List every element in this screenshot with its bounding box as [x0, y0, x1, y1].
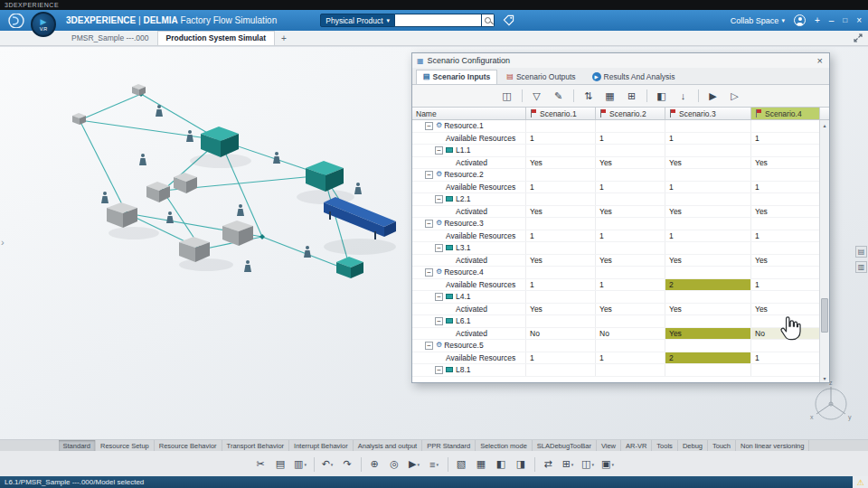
run-all-scenarios-icon[interactable]: ▷ [725, 88, 745, 105]
tree-expander-icon[interactable]: − [425, 268, 433, 277]
cell-available-resources-scenario-2[interactable]: 1 [596, 182, 665, 193]
tree-expander-icon[interactable]: − [425, 122, 433, 130]
cell-l1-1-scenario-2[interactable] [596, 145, 665, 156]
table-row-l3-1[interactable]: −L3.1 [412, 242, 819, 255]
vertical-scrollbar[interactable]: ▴ ▾ [819, 120, 829, 382]
row-name-cell[interactable]: −L8.1 [412, 364, 526, 376]
cell-available-resources-scenario-1[interactable]: 1 [526, 352, 596, 364]
workbench-tab-ar-vr[interactable]: AR-VR [621, 440, 652, 451]
row-name-cell[interactable]: −L6.1 [412, 315, 526, 327]
cell-l6-1-scenario-4[interactable] [751, 315, 819, 327]
cell-activated-scenario-3[interactable]: Yes [665, 304, 751, 315]
cell-available-resources-scenario-1[interactable]: 1 [526, 279, 596, 291]
cell-activated-scenario-2[interactable]: No [596, 328, 665, 340]
row-name-cell[interactable]: −⚙Resource.3 [412, 218, 526, 230]
right-panel-toggle-bottom[interactable]: ▥ [855, 261, 867, 273]
cell-l1-1-scenario-3[interactable] [665, 145, 751, 156]
row-name-cell[interactable]: −⚙Resource.2 [412, 169, 526, 181]
tree-expander-icon[interactable]: − [435, 244, 443, 252]
minimize-button[interactable]: – [829, 16, 835, 25]
dialog-title-bar[interactable]: ▦ Scenario Configuration × [412, 53, 829, 68]
cell-l1-1-scenario-4[interactable] [751, 145, 819, 156]
cell-l4-1-scenario-2[interactable] [596, 291, 665, 303]
column-header-scenario-4[interactable]: Scenario.4 [751, 108, 820, 119]
cell-activated-scenario-2[interactable]: Yes [596, 157, 665, 169]
tree-expander-icon[interactable]: − [425, 342, 433, 350]
cell-activated-scenario-4[interactable]: Yes [751, 255, 819, 267]
cell-resource-3-scenario-1[interactable] [526, 218, 596, 230]
row-name-cell[interactable]: Activated [412, 304, 526, 315]
cell-activated-scenario-3[interactable]: Yes [665, 328, 751, 340]
close-button[interactable]: × [856, 16, 862, 25]
row-name-cell[interactable]: −L3.1 [412, 242, 526, 254]
cell-resource-3-scenario-3[interactable] [665, 218, 751, 230]
cell-l4-1-scenario-1[interactable] [526, 291, 596, 303]
cell-activated-scenario-3[interactable]: Yes [665, 206, 751, 218]
row-name-cell[interactable]: Activated [412, 255, 526, 267]
table-row-activated[interactable]: ActivatedNoNoYesNo [412, 328, 819, 341]
simulation-list-icon[interactable]: ≡▾ [425, 455, 444, 474]
iso-view-icon[interactable]: ▧ [452, 455, 471, 474]
column-header-scenario-1[interactable]: Scenario.1 [526, 108, 596, 119]
row-name-cell[interactable]: Activated [412, 328, 526, 340]
cell-l4-1-scenario-3[interactable] [665, 291, 751, 303]
row-name-cell[interactable]: −⚙Resource.5 [412, 340, 526, 352]
cell-activated-scenario-1[interactable]: Yes [526, 304, 596, 315]
row-name-cell[interactable]: −⚙Resource.4 [412, 267, 526, 278]
column-header-scenario-2[interactable]: Scenario.2 [596, 108, 665, 119]
scrollbar-thumb[interactable] [821, 298, 828, 333]
cell-activated-scenario-1[interactable]: Yes [526, 157, 596, 169]
cell-available-resources-scenario-2[interactable]: 1 [596, 230, 665, 242]
cell-available-resources-scenario-3[interactable]: 1 [665, 230, 751, 242]
search-input[interactable] [395, 14, 482, 27]
cell-resource-2-scenario-3[interactable] [665, 169, 751, 181]
cell-activated-scenario-1[interactable]: Yes [526, 206, 596, 218]
grid-display-icon[interactable]: ⊞▾ [559, 455, 578, 474]
row-name-cell[interactable]: −L4.1 [412, 291, 526, 303]
table-row-activated[interactable]: ActivatedYesYesYesYes [412, 304, 819, 316]
add-content-button[interactable]: + [815, 16, 820, 25]
row-name-cell[interactable]: Available Resources [412, 279, 526, 291]
run-scenario-icon[interactable]: ▶ [703, 88, 723, 105]
cell-available-resources-scenario-1[interactable]: 1 [526, 182, 596, 193]
table-view-icon[interactable]: ▦ [600, 88, 620, 105]
row-name-cell[interactable]: Activated [412, 206, 526, 218]
row-name-cell[interactable]: Available Resources [412, 230, 526, 242]
cell-activated-scenario-2[interactable]: Yes [596, 304, 665, 315]
cell-available-resources-scenario-3[interactable]: 1 [665, 182, 751, 193]
cell-resource-2-scenario-2[interactable] [596, 169, 665, 181]
row-name-cell[interactable]: Activated [412, 157, 526, 169]
cell-resource-1-scenario-1[interactable] [526, 120, 596, 132]
cell-available-resources-scenario-4[interactable]: 1 [751, 279, 819, 291]
column-header-name[interactable]: Name [412, 108, 526, 119]
tree-expander-icon[interactable]: − [435, 195, 443, 203]
cell-l8-1-scenario-3[interactable] [665, 364, 751, 376]
cell-activated-scenario-4[interactable]: Yes [751, 206, 819, 218]
tree-expander-icon[interactable]: − [435, 293, 443, 301]
table-row-resource-3[interactable]: −⚙Resource.3 [412, 218, 819, 230]
scenario-manager-icon[interactable]: ◫ [497, 88, 517, 105]
workbench-tab-non-linear-versioning[interactable]: Non linear versioning [736, 440, 809, 451]
undo-icon[interactable]: ↶▾ [318, 455, 337, 474]
table-row-activated[interactable]: ActivatedYesYesYesYes [412, 255, 819, 267]
scroll-up-icon[interactable]: ▴ [820, 120, 829, 129]
row-name-cell[interactable]: −L2.1 [412, 193, 526, 205]
cell-resource-5-scenario-2[interactable] [596, 340, 665, 352]
cell-available-resources-scenario-1[interactable]: 1 [526, 230, 596, 242]
cell-l3-1-scenario-4[interactable] [751, 242, 819, 254]
compass-play-button[interactable]: ▶ V.R [31, 12, 56, 37]
scroll-down-icon[interactable]: ▾ [820, 373, 829, 382]
cell-activated-scenario-2[interactable]: Yes [596, 206, 665, 218]
cell-available-resources-scenario-4[interactable]: 1 [751, 352, 819, 364]
row-name-cell[interactable]: Available Resources [412, 352, 526, 364]
filter-icon[interactable]: ▽ [527, 88, 547, 105]
cell-l2-1-scenario-1[interactable] [526, 193, 596, 205]
new-tab-button[interactable]: + [275, 33, 293, 45]
run-simulation-icon[interactable]: ▶▾ [405, 455, 424, 474]
search-icon[interactable] [482, 14, 495, 27]
document-tab-production-system-simulat[interactable]: Production System Simulat [157, 31, 276, 45]
cell-available-resources-scenario-2[interactable]: 1 [596, 279, 665, 291]
split-left-icon[interactable]: ◧ [492, 455, 511, 474]
add-column-icon[interactable]: ⊞ [622, 88, 642, 105]
analysis-chart-icon[interactable]: ◫▾ [579, 455, 598, 474]
